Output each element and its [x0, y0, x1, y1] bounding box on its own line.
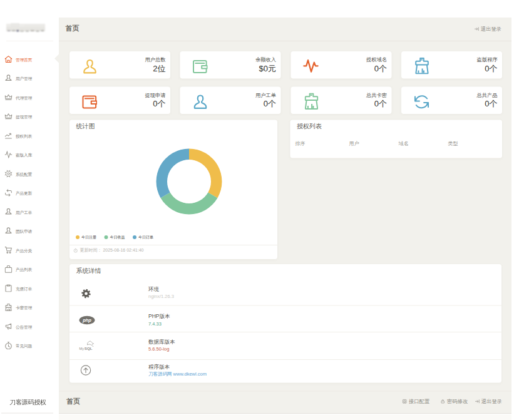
svg-text:SQL: SQL	[85, 346, 93, 351]
svg-text:php: php	[82, 317, 91, 323]
svg-text:My: My	[80, 347, 85, 351]
